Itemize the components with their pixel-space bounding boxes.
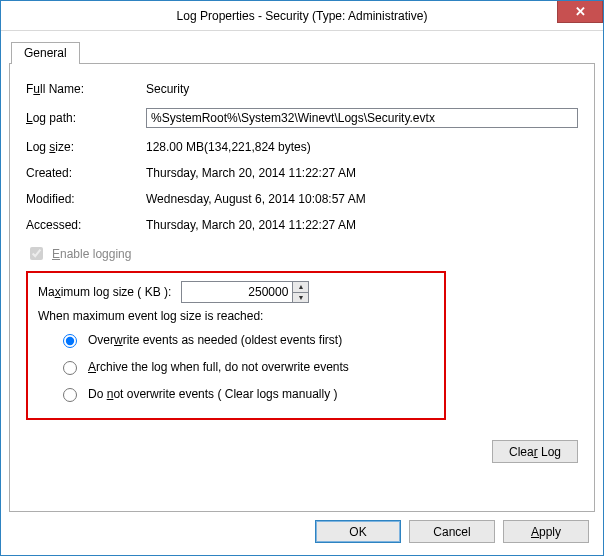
dialog-footer: OK Cancel Apply bbox=[9, 512, 595, 547]
dialog-window: Log Properties - Security (Type: Adminis… bbox=[0, 0, 604, 556]
label-radio-overwrite: Overwrite events as needed (oldest event… bbox=[88, 333, 342, 347]
label-created: Created: bbox=[26, 166, 146, 180]
spinner-up-icon[interactable]: ▲ bbox=[293, 282, 308, 293]
label-radio-archive: Archive the log when full, do not overwr… bbox=[88, 360, 349, 374]
radio-group-max-action: Overwrite events as needed (oldest event… bbox=[38, 331, 434, 402]
input-max-log-size[interactable] bbox=[182, 282, 292, 302]
window-title: Log Properties - Security (Type: Adminis… bbox=[1, 9, 603, 23]
label-accessed: Accessed: bbox=[26, 218, 146, 232]
label-enable-logging: Enable logging bbox=[52, 247, 131, 261]
row-fullname: Full Name: Security bbox=[26, 82, 578, 96]
radio-row-donot: Do not overwrite events ( Clear logs man… bbox=[58, 385, 434, 402]
row-logsize: Log size: 128.00 MB(134,221,824 bytes) bbox=[26, 140, 578, 154]
radio-archive[interactable] bbox=[63, 361, 77, 375]
label-logpath: Log path: bbox=[26, 111, 146, 125]
client-area: General Full Name: Security Log path: Lo… bbox=[1, 31, 603, 555]
label-fullname: Full Name: bbox=[26, 82, 146, 96]
value-fullname: Security bbox=[146, 82, 578, 96]
close-icon: ✕ bbox=[575, 4, 586, 19]
row-logpath: Log path: bbox=[26, 108, 578, 128]
row-created: Created: Thursday, March 20, 2014 11:22:… bbox=[26, 166, 578, 180]
label-max-log-size: Maximum log size ( KB ): bbox=[38, 285, 171, 299]
label-logsize: Log size: bbox=[26, 140, 146, 154]
input-logpath[interactable] bbox=[146, 108, 578, 128]
spinner-down-icon[interactable]: ▼ bbox=[293, 293, 308, 303]
radio-row-archive: Archive the log when full, do not overwr… bbox=[58, 358, 434, 375]
highlight-box: Maximum log size ( KB ): ▲ ▼ When maximu… bbox=[26, 271, 446, 420]
row-enable-logging: Enable logging bbox=[26, 244, 578, 263]
cancel-button[interactable]: Cancel bbox=[409, 520, 495, 543]
apply-button[interactable]: Apply bbox=[503, 520, 589, 543]
spinner-max-log-size: ▲ ▼ bbox=[181, 281, 309, 303]
value-created: Thursday, March 20, 2014 11:22:27 AM bbox=[146, 166, 578, 180]
value-accessed: Thursday, March 20, 2014 11:22:27 AM bbox=[146, 218, 578, 232]
row-modified: Modified: Wednesday, August 6, 2014 10:0… bbox=[26, 192, 578, 206]
value-modified: Wednesday, August 6, 2014 10:08:57 AM bbox=[146, 192, 578, 206]
tab-general[interactable]: General bbox=[11, 42, 80, 64]
label-when-max-reached: When maximum event log size is reached: bbox=[38, 309, 434, 323]
row-clear-log: Clear Log bbox=[26, 440, 578, 463]
value-logsize: 128.00 MB(134,221,824 bytes) bbox=[146, 140, 578, 154]
titlebar: Log Properties - Security (Type: Adminis… bbox=[1, 1, 603, 31]
tab-page-general: Full Name: Security Log path: Log size: … bbox=[9, 63, 595, 512]
radio-do-not-overwrite[interactable] bbox=[63, 388, 77, 402]
checkbox-enable-logging bbox=[30, 247, 43, 260]
row-max-log-size: Maximum log size ( KB ): ▲ ▼ bbox=[38, 281, 434, 303]
row-accessed: Accessed: Thursday, March 20, 2014 11:22… bbox=[26, 218, 578, 232]
tab-strip: General bbox=[9, 41, 595, 63]
close-button[interactable]: ✕ bbox=[557, 1, 603, 23]
spinner-buttons: ▲ ▼ bbox=[292, 282, 308, 302]
label-radio-donot: Do not overwrite events ( Clear logs man… bbox=[88, 387, 337, 401]
clear-log-button[interactable]: Clear Log bbox=[492, 440, 578, 463]
radio-overwrite[interactable] bbox=[63, 334, 77, 348]
radio-row-overwrite: Overwrite events as needed (oldest event… bbox=[58, 331, 434, 348]
ok-button[interactable]: OK bbox=[315, 520, 401, 543]
label-modified: Modified: bbox=[26, 192, 146, 206]
